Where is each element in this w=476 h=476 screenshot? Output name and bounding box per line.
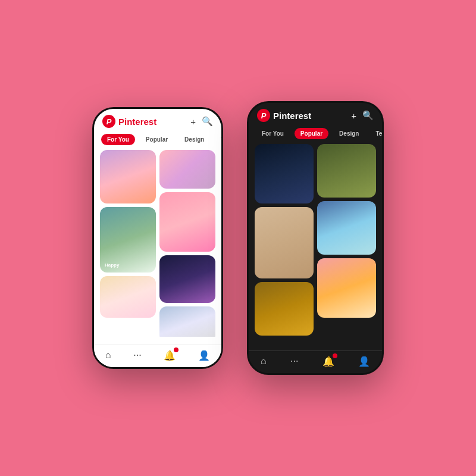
pin-bokeh[interactable] [100,276,156,318]
pinterest-logo-text: Pinterest [118,117,156,127]
pin-mountain-lake[interactable] [317,201,376,255]
dark-tabs: For You Popular Design Techn [249,126,382,144]
nav-profile-light[interactable]: 👤 [198,350,210,361]
pin-rainy-street[interactable] [255,144,314,203]
light-grid: Happy [94,150,221,337]
tab-design-dark[interactable]: Design [333,128,365,139]
dark-grid-col-2 [317,144,376,343]
plus-icon[interactable]: + [190,117,196,127]
pin-woman-portrait[interactable] [255,207,314,278]
dark-bottom-nav: ⌂ ··· 🔔 👤 [249,350,382,373]
light-header-icons: + 🔍 [190,116,213,127]
phone-dark: P Pinterest + 🔍 For You Popular Design T… [247,101,384,375]
tab-for-you-dark[interactable]: For You [256,128,290,139]
tab-techn-light[interactable]: Techn [215,134,223,145]
tab-popular-light[interactable]: Popular [140,134,174,145]
search-icon[interactable]: 🔍 [202,116,213,127]
nav-chat-dark[interactable]: ··· [290,356,298,367]
plus-icon-dark[interactable]: + [351,111,356,121]
light-grid-col-2 [159,150,215,337]
light-logo-area: P Pinterest [102,115,156,128]
light-grid-col-1: Happy [100,150,156,337]
nav-home-dark[interactable]: ⌂ [261,356,267,367]
dark-grid-col-1 [255,144,314,343]
phone-light-content: P Pinterest + 🔍 For You Popular Design T… [94,109,221,367]
tab-for-you-light[interactable]: For You [101,134,135,145]
tab-techn-dark[interactable]: Techn [369,128,384,139]
notification-badge-light [174,347,178,352]
pinterest-logo-text-dark: Pinterest [273,111,311,121]
dark-header-icons: + 🔍 [351,110,374,121]
phone-light: P Pinterest + 🔍 For You Popular Design T… [92,107,223,369]
notification-badge-dark [333,353,337,358]
light-bottom-nav: ⌂ ··· 🔔 👤 [94,345,221,367]
pin-fruits[interactable] [317,258,376,318]
pin-salad[interactable] [317,144,376,198]
phone-dark-content: P Pinterest + 🔍 For You Popular Design T… [249,103,382,373]
nav-bell-dark[interactable]: 🔔 [322,356,334,367]
dark-logo-area: P Pinterest [257,109,311,122]
pin-gramophone[interactable] [255,282,314,336]
pin-pink-flowers[interactable] [159,192,215,252]
search-icon-dark[interactable]: 🔍 [362,110,374,121]
tab-design-light[interactable]: Design [178,134,210,145]
nav-home-light[interactable]: ⌂ [105,350,111,361]
light-header: P Pinterest + 🔍 [94,109,221,131]
nav-chat-light[interactable]: ··· [133,350,141,361]
pinterest-logo-icon: P [102,115,115,128]
dark-grid [249,144,382,343]
nav-bell-light[interactable]: 🔔 [164,350,176,361]
pin-clouds2[interactable] [159,306,215,337]
dark-header: P Pinterest + 🔍 [249,103,382,126]
pin-flowers-teal[interactable]: Happy [100,207,156,273]
pin-heart-cloud[interactable] [159,150,215,189]
pin-sky[interactable] [100,150,156,203]
tab-popular-dark[interactable]: Popular [295,128,328,139]
pin-space[interactable] [159,255,215,303]
pinterest-logo-icon-dark: P [257,109,270,122]
light-tabs: For You Popular Design Techn [94,131,221,150]
nav-profile-dark[interactable]: 👤 [358,356,370,367]
